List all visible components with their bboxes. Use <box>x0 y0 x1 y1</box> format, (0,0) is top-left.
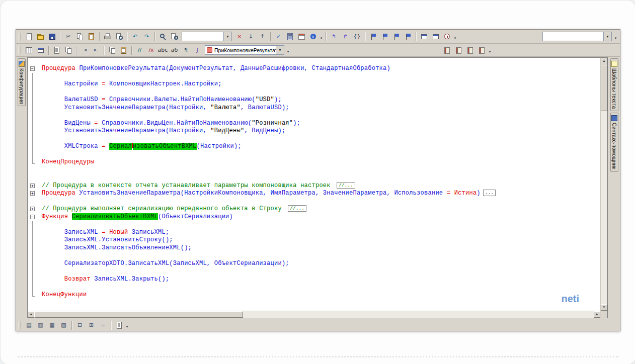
print-preview-button[interactable] <box>114 31 124 42</box>
quick-search-input[interactable] <box>182 33 223 40</box>
properties-palette-button[interactable] <box>24 45 34 55</box>
code-line[interactable]: СериализаторXDTO.ЗаписатьXML(ЗаписьXML, … <box>28 260 600 268</box>
search-results-button[interactable]: ▦ <box>47 320 57 330</box>
v-scroll-thumb[interactable] <box>601 65 607 111</box>
copy-block-button[interactable] <box>107 45 117 55</box>
scheduled-jobs-button[interactable] <box>442 31 452 42</box>
open-module-button[interactable] <box>51 45 62 55</box>
add-comment-button[interactable]: // <box>134 45 145 55</box>
code-line[interactable] <box>28 267 600 276</box>
redo-button[interactable]: ↷ <box>141 31 152 42</box>
toolbar-overflow-chevron[interactable]: ▾ <box>488 50 492 55</box>
next-bookmark-button[interactable] <box>379 31 390 42</box>
code-line[interactable]: КонецФункции <box>28 291 600 299</box>
open-object-module-button[interactable] <box>63 45 73 55</box>
open-form-button[interactable] <box>35 45 46 55</box>
code-line[interactable] <box>28 283 600 291</box>
scroll-left-button[interactable]: ◄ <box>28 311 34 318</box>
quick-search[interactable]: ▼ <box>182 32 232 41</box>
output-panel-button[interactable] <box>477 45 487 55</box>
new-document-button[interactable] <box>24 31 34 42</box>
code-line[interactable]: ВалютаUSD = Справочники.Валюты.НайтиПоНа… <box>28 96 600 104</box>
clear-search-button[interactable]: × <box>234 31 245 42</box>
code-line[interactable] <box>28 112 600 120</box>
syntax-helper-panel-button[interactable] <box>453 45 464 55</box>
procedure-selector-dropdown-button[interactable]: ▼ <box>276 46 284 54</box>
toolbar-grip[interactable] <box>19 46 21 54</box>
h-scrollbar[interactable]: ◄ ► <box>28 311 600 318</box>
text-templates-panel-button[interactable] <box>442 45 452 55</box>
code-line[interactable]: УстановитьЗначениеПараметра(Настройки, "… <box>28 104 600 112</box>
code-line[interactable]: +Процедура УстановитьЗначениеПараметра(Н… <box>28 190 600 198</box>
expand-all-groups-button[interactable]: ⊞ <box>86 320 97 330</box>
open-document-button[interactable] <box>35 31 46 42</box>
paste-button[interactable] <box>86 31 97 42</box>
clear-bookmarks-button[interactable] <box>403 31 413 42</box>
code-line[interactable] <box>28 151 600 159</box>
code-line[interactable]: ЗаписьXML = Новый ЗаписьXML; <box>28 229 600 237</box>
undo-button[interactable]: ↶ <box>130 31 140 42</box>
save-document-button[interactable] <box>47 31 57 42</box>
code-line[interactable]: УстановитьЗначениеПараметра(Настройки, "… <box>28 127 600 135</box>
check-spelling-button[interactable]: abc <box>157 45 168 55</box>
collapse-current-group-button[interactable]: ≡ <box>98 320 108 330</box>
goto-procedure-button[interactable]: ƒ <box>192 45 203 55</box>
windows-combo-dropdown-button[interactable]: ▼ <box>603 32 611 41</box>
goto-definition-button[interactable] <box>114 320 124 330</box>
syntax-check-button[interactable]: ✓ <box>273 31 284 42</box>
toolbar-grip[interactable] <box>19 321 21 329</box>
h-scroll-thumb[interactable] <box>34 311 243 318</box>
toggle-bookmark-button[interactable] <box>368 31 378 42</box>
code-line[interactable] <box>28 135 600 143</box>
bookmarks-list-button[interactable]: ▥ <box>35 320 46 330</box>
fold-expand-toggle[interactable]: + <box>30 184 35 188</box>
format-block-button[interactable]: ¶ <box>181 45 191 55</box>
remove-comment-button[interactable]: /x <box>146 45 156 55</box>
calculator-button[interactable] <box>285 31 295 42</box>
toolbar-overflow-chevron[interactable]: ▾ <box>453 36 457 42</box>
code-area[interactable]: −Процедура ПриКомпоновкеРезультата(Докум… <box>28 58 600 311</box>
copy-button[interactable] <box>74 31 85 42</box>
code-line[interactable]: +// Процедура в контексте отчета устанав… <box>28 182 600 190</box>
code-line[interactable]: ЗаписьXML.УстановитьСтроку(); <box>28 236 600 244</box>
decrease-indent-button[interactable]: ⇤ <box>91 45 101 55</box>
find-next-button[interactable]: ↓ <box>246 31 256 42</box>
quick-search-dropdown-button[interactable]: ▼ <box>223 32 231 41</box>
about-button[interactable] <box>308 31 319 42</box>
code-line[interactable] <box>28 166 600 174</box>
print-button[interactable] <box>102 31 113 42</box>
scroll-right-button[interactable]: ► <box>594 311 600 318</box>
code-line[interactable] <box>28 221 600 229</box>
code-line[interactable]: ЗаписьXML.ЗаписатьОбъявлениеXML(); <box>28 244 600 252</box>
toolbar-overflow-chevron[interactable]: ▾ <box>125 325 129 330</box>
procedures-list-button[interactable]: ▤ <box>24 320 34 330</box>
code-line[interactable]: +// Процедура выполняет сериализацию пер… <box>28 205 600 213</box>
find-button[interactable] <box>157 31 168 42</box>
toolbar-grip[interactable] <box>19 33 21 41</box>
code-line[interactable]: Настройки = КомпоновщикНастроек.Настройк… <box>28 80 600 88</box>
find-and-replace-button[interactable] <box>169 31 180 42</box>
goto-next-procedure-button[interactable]: ↱ <box>340 31 351 42</box>
procedures-and-functions-button[interactable]: {} <box>352 31 362 42</box>
change-case-button[interactable]: аб <box>169 45 180 55</box>
windows-combo[interactable]: ▼ <box>542 32 612 41</box>
errors-list-button[interactable]: ▧ <box>58 320 69 330</box>
code-line[interactable] <box>28 174 600 182</box>
calendar-button[interactable] <box>296 31 307 42</box>
code-line[interactable] <box>28 198 600 206</box>
code-line[interactable] <box>28 73 600 81</box>
fold-expand-toggle[interactable]: + <box>30 191 35 196</box>
toolbar-overflow-chevron[interactable]: ▾ <box>613 36 618 42</box>
fold-collapse-toggle[interactable]: − <box>30 66 35 71</box>
scroll-down-button[interactable]: ▼ <box>601 304 607 311</box>
tab-configuration[interactable]: Конфигурация <box>18 58 26 106</box>
code-line[interactable] <box>28 252 600 260</box>
tile-windows-button[interactable] <box>430 31 441 42</box>
code-line[interactable]: ВидЦены = Справочники.ВидыЦен.НайтиПоНаи… <box>28 120 600 128</box>
find-previous-button[interactable]: ↑ <box>257 31 268 42</box>
tab-syntax-helper[interactable]: Синтакс-помощник <box>610 113 618 172</box>
code-line[interactable] <box>28 88 600 97</box>
previous-bookmark-button[interactable] <box>391 31 402 42</box>
v-scrollbar[interactable]: ▲ ▼ <box>600 58 607 311</box>
fold-expand-toggle[interactable]: + <box>30 207 35 211</box>
